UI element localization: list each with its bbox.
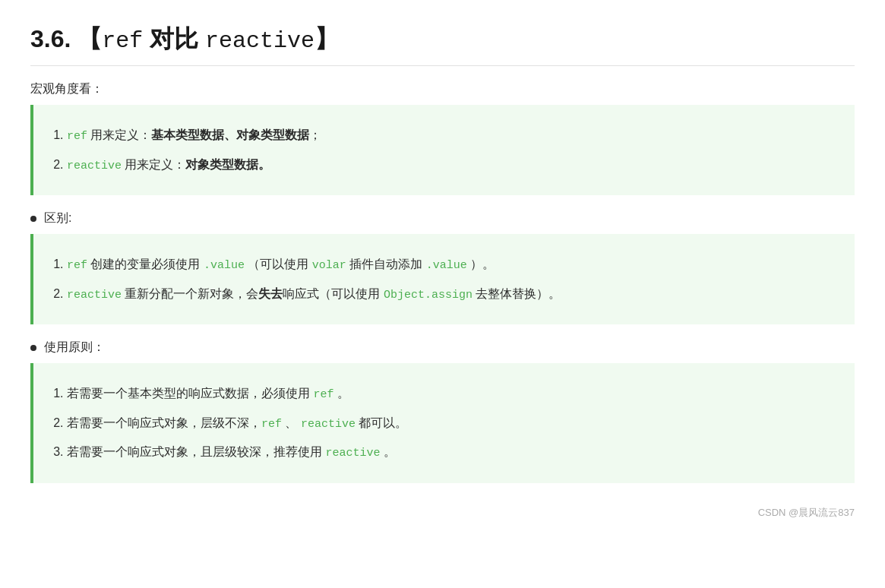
usage-label: 使用原则： — [30, 340, 855, 356]
title-bracket-close: 】 — [314, 25, 339, 52]
macro-item-2: reactive 用来定义：对象类型数据。 — [67, 154, 836, 176]
diff-item-2-code: reactive — [67, 289, 122, 302]
macro-item-2-code: reactive — [67, 160, 122, 172]
macro-item-1: ref 用来定义：基本类型数据、对象类型数据； — [67, 125, 836, 147]
macro-item-2-text: 用来定义：对象类型数据。 — [125, 158, 270, 171]
macro-blockquote: ref 用来定义：基本类型数据、对象类型数据； reactive 用来定义：对象… — [30, 105, 855, 195]
page-title: 3.6. 【ref 对比 reactive】 — [30, 23, 855, 66]
title-prefix: 3.6. — [30, 25, 71, 52]
diff-item-2: reactive 重新分配一个新对象，会失去响应式（可以使用 Object.as… — [67, 283, 836, 305]
usage-item-3-text: 若需要一个响应式对象，且层级较深，推荐使用 reactive 。 — [67, 445, 396, 458]
usage-item-1-text: 若需要一个基本类型的响应式数据，必须使用 ref 。 — [67, 387, 349, 400]
usage-item-2: 若需要一个响应式对象，层级不深，ref 、 reactive 都可以。 — [67, 413, 836, 435]
usage-item-3: 若需要一个响应式对象，且层级较深，推荐使用 reactive 。 — [67, 441, 836, 463]
usage-item-2-text: 若需要一个响应式对象，层级不深，ref 、 reactive 都可以。 — [67, 416, 407, 429]
usage-label-text: 使用原则： — [44, 340, 105, 356]
diff-label: 区别: — [30, 210, 855, 226]
usage-bullet-dot — [30, 345, 36, 351]
title-reactive: reactive — [205, 28, 314, 54]
usage-blockquote: 若需要一个基本类型的响应式数据，必须使用 ref 。 若需要一个响应式对象，层级… — [30, 363, 855, 483]
diff-item-2-text: 重新分配一个新对象，会失去响应式（可以使用 Object.assign 去整体替… — [125, 287, 561, 300]
macro-item-1-text: 用来定义：基本类型数据、对象类型数据； — [90, 128, 321, 141]
diff-bullet-dot — [30, 216, 36, 222]
diff-item-1-code: ref — [67, 259, 87, 272]
macro-label: 宏观角度看： — [30, 81, 855, 97]
macro-item-1-code: ref — [67, 130, 87, 143]
diff-section: 区别: — [30, 210, 855, 226]
diff-item-1: ref 创建的变量必须使用 .value （可以使用 volar 插件自动添加 … — [67, 254, 836, 276]
diff-item-1-text: 创建的变量必须使用 .value （可以使用 volar 插件自动添加 .val… — [90, 258, 495, 270]
title-ref: ref — [102, 28, 143, 54]
usage-section: 使用原则： — [30, 340, 855, 356]
title-middle: 对比 — [150, 25, 205, 52]
footer: CSDN @晨风流云837 — [30, 506, 855, 520]
title-bracket-open: 【 — [77, 25, 102, 52]
diff-blockquote: ref 创建的变量必须使用 .value （可以使用 volar 插件自动添加 … — [30, 234, 855, 324]
diff-label-text: 区别: — [44, 210, 71, 226]
usage-item-1: 若需要一个基本类型的响应式数据，必须使用 ref 。 — [67, 383, 836, 405]
